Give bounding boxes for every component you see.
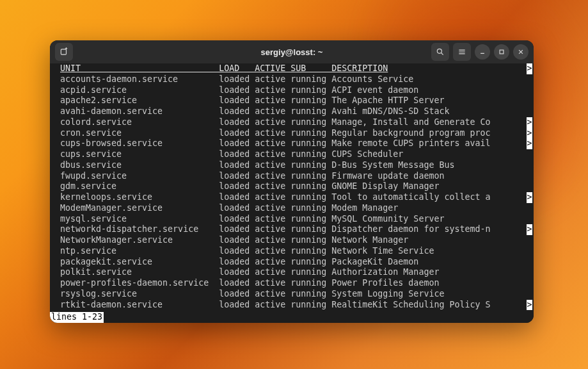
titlebar: sergiy@losst: ~ [50,40,534,63]
new-tab-button[interactable] [55,43,73,61]
terminal-body[interactable]: UNIT LOAD ACTIVE SUB DESCRIPTION>account… [50,63,534,323]
overflow-indicator: > [527,117,532,128]
service-row: ntp.service loaded active running Networ… [51,246,534,257]
service-row: gdm.service loaded active running GNOME … [51,181,534,192]
svg-rect-9 [500,50,504,54]
service-row: kerneloops.service loaded active running… [51,192,534,203]
service-row: packagekit.service loaded active running… [51,257,534,268]
overflow-indicator: > [527,300,532,311]
service-row: power-profiles-daemon.service loaded act… [51,278,534,289]
search-button[interactable] [431,43,449,61]
hamburger-icon [457,47,466,56]
svg-line-4 [441,53,443,55]
minimize-button[interactable] [475,44,490,60]
close-icon [516,47,525,56]
new-tab-icon [60,47,68,56]
svg-rect-0 [61,49,66,54]
service-row: fwupd.service loaded active running Firm… [51,171,534,182]
overflow-indicator: > [527,192,532,203]
pager-statusline: lines 1-23 [50,312,104,323]
overflow-indicator: > [527,128,532,139]
service-row: mysql.service loaded active running MySQ… [51,214,534,225]
service-row: cups-browsed.service loaded active runni… [51,138,534,149]
overflow-indicator: > [527,63,532,74]
overflow-indicator: > [527,138,532,149]
close-button[interactable] [513,44,528,60]
service-row: ModemManager.service loaded active runni… [51,203,534,214]
service-row: polkit.service loaded active running Aut… [51,267,534,278]
service-row: cron.service loaded active running Regul… [51,128,534,139]
service-row: rsyslog.service loaded active running Sy… [51,289,534,300]
maximize-button[interactable] [494,44,509,60]
overflow-indicator: > [527,224,532,235]
menu-button[interactable] [453,43,471,61]
service-row: dbus.service loaded active running D-Bus… [51,160,534,171]
terminal-window: sergiy@losst: ~ UNIT LOAD ACTIVE SUB [50,40,534,323]
service-row: apache2.service loaded active running Th… [51,95,534,106]
service-row: networkd-dispatcher.service loaded activ… [51,224,534,235]
service-row: accounts-daemon.service loaded active ru… [51,74,534,85]
service-row: acpid.service loaded active running ACPI… [51,85,534,96]
svg-point-3 [437,49,441,53]
maximize-icon [497,47,506,56]
service-row: cups.service loaded active running CUPS … [51,149,534,160]
minimize-icon [478,47,487,56]
service-row: rtkit-daemon.service loaded active runni… [51,300,534,311]
service-row: NetworkManager.service loaded active run… [51,235,534,246]
column-headers: UNIT LOAD ACTIVE SUB DESCRIPTION [51,63,534,74]
service-row: avahi-daemon.service loaded active runni… [51,106,534,117]
search-icon [436,47,445,56]
service-row: colord.service loaded active running Man… [51,117,534,128]
